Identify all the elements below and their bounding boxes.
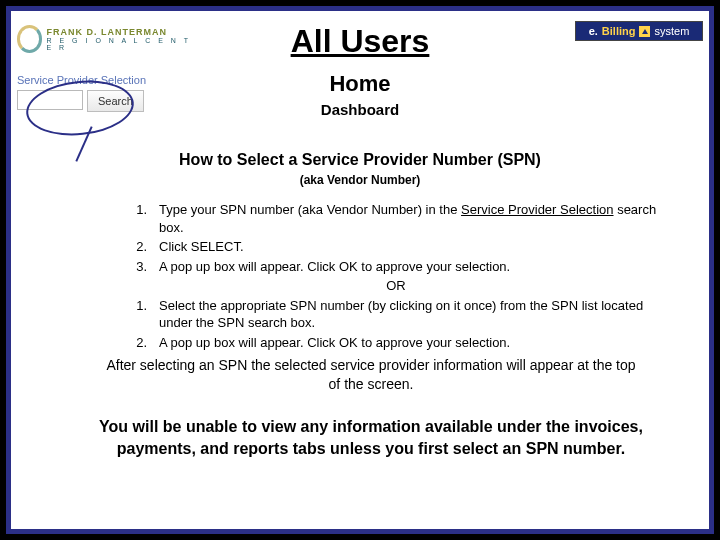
list-text: A pop up box will appear. Click OK to ap… <box>159 334 661 352</box>
list-number: 1. <box>131 297 159 332</box>
list-item: 1. Select the appropriate SPN number (by… <box>131 297 661 332</box>
text-underline: Service Provider Selection <box>461 202 613 217</box>
page-title: All Users <box>11 23 709 60</box>
list-item: 1. Type your SPN number (aka Vendor Numb… <box>131 201 661 236</box>
list-item: 2. Click SELECT. <box>131 238 661 256</box>
list-text: Select the appropriate SPN number (by cl… <box>159 297 661 332</box>
list-item: 2. A pop up box will appear. Click OK to… <box>131 334 661 352</box>
list-text: Click SELECT. <box>159 238 661 256</box>
or-label: OR <box>131 277 661 295</box>
slide: FRANK D. LANTERMAN R E G I O N A L C E N… <box>6 6 714 534</box>
warning-note: You will be unable to view any informati… <box>81 416 661 459</box>
list-number: 2. <box>131 334 159 352</box>
list-text: Type your SPN number (aka Vendor Number)… <box>159 201 661 236</box>
instruction-list: 1. Type your SPN number (aka Vendor Numb… <box>131 201 661 353</box>
list-text: A pop up box will appear. Click OK to ap… <box>159 258 661 276</box>
list-item: 3. A pop up box will appear. Click OK to… <box>131 258 661 276</box>
text-pre: Type your SPN number (aka Vendor Number)… <box>159 202 461 217</box>
list-number: 3. <box>131 258 159 276</box>
list-number: 1. <box>131 201 159 236</box>
section-heading: How to Select a Service Provider Number … <box>11 151 709 169</box>
list-number: 2. <box>131 238 159 256</box>
after-note: After selecting an SPN the selected serv… <box>101 356 641 394</box>
aka-label: (aka Vendor Number) <box>11 173 709 187</box>
